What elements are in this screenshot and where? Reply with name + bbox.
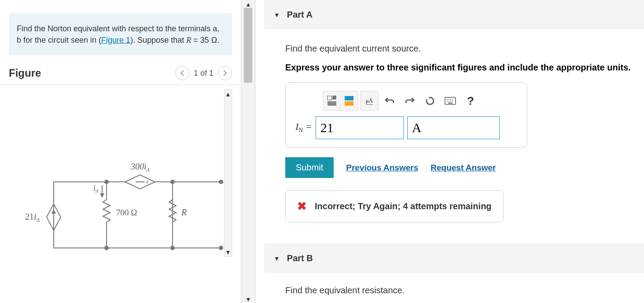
svg-text:700 Ω: 700 Ω — [116, 208, 137, 217]
keyboard-button[interactable] — [441, 92, 460, 110]
value-input[interactable] — [316, 116, 404, 139]
figure-title: Figure — [9, 67, 41, 79]
svg-text:21iΔ: 21iΔ — [25, 212, 40, 223]
svg-point-7 — [219, 246, 223, 250]
figure-scrollbar[interactable]: ▴ ▾ — [224, 89, 232, 257]
template-button-2[interactable] — [341, 92, 357, 110]
caret-down-icon: ▼ — [274, 255, 280, 262]
unit-group: μÅ — [360, 91, 379, 111]
svg-point-27 — [447, 101, 448, 102]
keyboard-icon — [445, 97, 456, 105]
scroll-track[interactable] — [241, 8, 255, 295]
help-button[interactable]: ? — [461, 92, 480, 110]
part-a-title: Part A — [287, 10, 313, 20]
svg-text:iΔ: iΔ — [93, 184, 98, 193]
template-button-1[interactable] — [324, 92, 340, 110]
svg-rect-20 — [345, 96, 353, 100]
request-answer-link[interactable]: Request Answer — [431, 163, 496, 173]
svg-point-26 — [452, 99, 453, 100]
template-group — [323, 91, 358, 111]
svg-rect-19 — [328, 101, 336, 106]
svg-text:300iΔ: 300iΔ — [130, 162, 150, 173]
reset-button[interactable] — [421, 92, 439, 110]
r-variable: R — [186, 36, 191, 44]
redo-icon — [405, 96, 415, 105]
unit-icon-label: μÅ — [366, 97, 373, 105]
caret-down-icon: ▼ — [274, 11, 280, 18]
undo-button[interactable] — [380, 92, 399, 110]
feedback-text: Incorrect; Try Again; 4 attempts remaini… — [315, 201, 492, 211]
figure-nav: 1 of 1 — [175, 66, 232, 80]
figure-scroll-down-icon[interactable]: ▾ — [226, 248, 230, 256]
part-a-body: Find the equivalent current source. Expr… — [264, 30, 644, 222]
r-equation: = 35 Ω. — [191, 36, 219, 44]
reset-icon — [425, 96, 435, 106]
problem-statement: Find the Norton equivalent with respect … — [9, 13, 232, 55]
svg-text:+: + — [145, 178, 149, 186]
figure-prev-button[interactable] — [175, 66, 189, 80]
submit-button[interactable]: Submit — [285, 157, 334, 178]
part-b-prompt: Find the equivalent resistance. — [285, 285, 636, 296]
subscript-template-icon — [343, 95, 355, 107]
svg-point-25 — [450, 99, 451, 100]
unit-symbol-button[interactable]: μÅ — [361, 92, 378, 110]
answer-row: IN = — [295, 116, 500, 139]
svg-point-24 — [449, 99, 449, 100]
unit-input[interactable] — [407, 116, 500, 139]
undo-icon — [385, 96, 394, 105]
figure-scroll-up-icon[interactable]: ▴ — [226, 90, 230, 98]
svg-text:R: R — [181, 207, 187, 217]
circuit-diagram: + — [10, 116, 224, 257]
previous-answers-link[interactable]: Previous Answers — [346, 163, 418, 173]
left-panel: Find the Norton equivalent with respect … — [0, 0, 255, 303]
right-panel: ▼ Part A Find the equivalent current sou… — [255, 0, 644, 303]
part-a-header[interactable]: ▼ Part A — [264, 0, 644, 30]
chevron-left-icon — [180, 70, 185, 76]
svg-rect-17 — [328, 96, 331, 100]
svg-point-23 — [447, 99, 448, 100]
incorrect-icon: ✖ — [297, 200, 307, 213]
scroll-up-icon[interactable]: ▴ — [241, 0, 255, 8]
svg-rect-21 — [345, 101, 353, 106]
answer-box: μÅ — [285, 82, 527, 148]
svg-rect-31 — [448, 103, 453, 103]
part-b-header[interactable]: ▼ Part B — [264, 244, 644, 273]
left-content: Find the Norton equivalent with respect … — [0, 0, 241, 303]
svg-point-30 — [452, 101, 453, 102]
part-b-body: Find the equivalent resistance. Express … — [264, 273, 644, 303]
figure-counter: 1 of 1 — [194, 69, 213, 78]
part-a-instructions: Express your answer to three significant… — [285, 63, 636, 73]
part-a-prompt: Find the equivalent current source. — [285, 44, 636, 54]
feedback-box: ✖ Incorrect; Try Again; 4 attempts remai… — [285, 190, 504, 222]
fraction-template-icon — [326, 95, 338, 107]
scroll-down-icon[interactable]: ▾ — [241, 295, 255, 303]
figure-header: Figure 1 of 1 — [0, 63, 241, 85]
figure-body: + — [0, 85, 241, 257]
chevron-right-icon — [222, 70, 228, 76]
action-row: Submit Previous Answers Request Answer — [285, 157, 636, 178]
variable-label: IN = — [295, 121, 312, 134]
part-b-title: Part B — [287, 253, 313, 263]
scroll-thumb[interactable] — [244, 8, 252, 83]
answer-toolbar: μÅ — [323, 91, 500, 111]
svg-point-6 — [219, 180, 223, 184]
svg-point-29 — [450, 101, 451, 102]
redo-button[interactable] — [401, 92, 419, 110]
svg-point-28 — [449, 101, 449, 102]
left-panel-scrollbar[interactable]: ▴ ▾ — [241, 0, 255, 303]
figure-1-link[interactable]: Figure 1 — [101, 36, 130, 44]
problem-text-2: ). Suppose that — [130, 36, 186, 44]
svg-rect-18 — [332, 96, 336, 100]
part-b-section: ▼ Part B Find the equivalent resistance.… — [264, 244, 644, 303]
figure-next-button[interactable] — [218, 66, 232, 80]
